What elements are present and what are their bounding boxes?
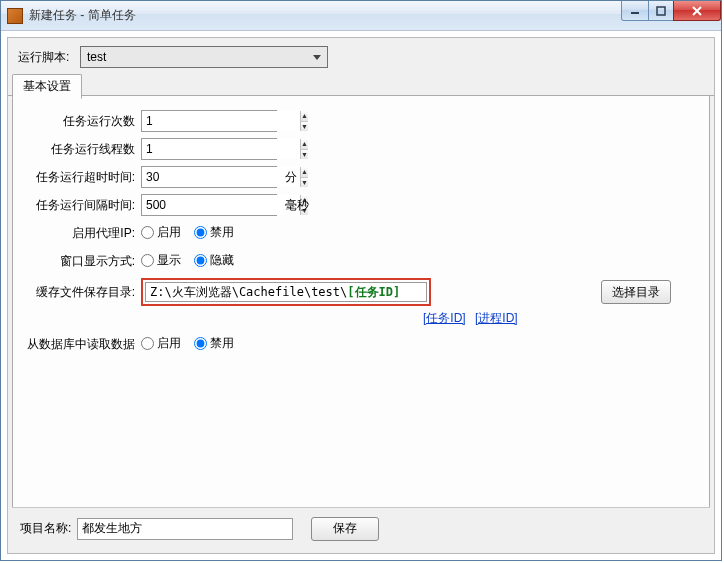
read-db-enable-radio[interactable]: 启用 [141,335,181,352]
svg-rect-1 [657,7,665,15]
maximize-button[interactable] [648,1,674,21]
spin-up-icon[interactable]: ▲ [301,167,308,178]
run-count-spinner[interactable]: ▲ ▼ [300,111,308,131]
script-row: 运行脚本: test [8,38,714,72]
row-read-db: 从数据库中读取数据 启用 禁用 [23,333,699,355]
client-area: 运行脚本: test 基本设置 任务运行次数 ▲ ▼ [7,37,715,554]
interval-input[interactable] [142,195,300,215]
spin-down-icon[interactable]: ▼ [301,122,308,132]
read-db-enable-input[interactable] [141,337,154,350]
cache-dir-taskid-token: [任务ID] [347,284,400,301]
radio-enable-label: 启用 [157,224,181,241]
window-show-radio[interactable]: 显示 [141,252,181,269]
row-run-count: 任务运行次数 ▲ ▼ [23,110,699,132]
window-hide-radio[interactable]: 隐藏 [194,252,234,269]
read-db-disable-radio[interactable]: 禁用 [194,335,234,352]
row-proxy: 启用代理IP: 启用 禁用 [23,222,699,244]
tab-panel-basic: 任务运行次数 ▲ ▼ 任务运行线程数 ▲ ▼ [12,96,710,528]
timeout-unit: 分 [285,169,297,186]
window: 新建任务 - 简单任务 运行脚本: test 基本设置 [0,0,722,561]
minimize-button[interactable] [621,1,649,21]
titlebar: 新建任务 - 简单任务 [1,1,721,31]
save-button[interactable]: 保存 [311,517,379,541]
window-mode-radios: 显示 隐藏 [141,252,244,270]
app-icon [7,8,23,24]
proxy-disable-input[interactable] [194,226,207,239]
proxy-radios: 启用 禁用 [141,224,244,242]
bottom-bar: 项目名称: 保存 [12,507,710,549]
spin-up-icon[interactable]: ▲ [301,139,308,150]
task-id-link[interactable]: [任务ID] [423,311,466,325]
tab-basic-settings-label: 基本设置 [23,79,71,93]
run-script-combo[interactable]: test [80,46,328,68]
interval-label: 任务运行间隔时间: [23,197,141,214]
thread-count-spinner[interactable]: ▲ ▼ [300,139,308,159]
window-show-input[interactable] [141,254,154,267]
thread-count-input[interactable] [142,139,300,159]
token-links: [任务ID] [进程ID] [423,306,699,327]
cache-dir-prefix: Z:\火车浏览器\Cachefile\test\ [150,284,347,301]
proxy-enable-radio[interactable]: 启用 [141,224,181,241]
row-timeout: 任务运行超时时间: ▲ ▼ 分 [23,166,699,188]
project-name-label: 项目名称: [20,520,71,537]
window-mode-label: 窗口显示方式: [23,253,141,270]
proxy-enable-input[interactable] [141,226,154,239]
row-cache-dir: 缓存文件保存目录: Z:\火车浏览器\Cachefile\test\[任务ID]… [23,278,699,306]
spin-down-icon[interactable]: ▼ [301,150,308,160]
spin-up-icon[interactable]: ▲ [301,111,308,122]
row-window-mode: 窗口显示方式: 显示 隐藏 [23,250,699,272]
cache-dir-highlight: Z:\火车浏览器\Cachefile\test\[任务ID] [141,278,431,306]
read-db-label: 从数据库中读取数据 [23,336,141,353]
timeout-input[interactable] [142,167,300,187]
row-interval: 任务运行间隔时间: ▲ ▼ 毫秒 [23,194,699,216]
maximize-icon [656,6,666,16]
radio-show-label: 显示 [157,252,181,269]
radio-hide-label: 隐藏 [210,252,234,269]
cache-dir-label: 缓存文件保存目录: [23,284,141,301]
select-dir-label: 选择目录 [612,285,660,299]
interval-unit: 毫秒 [285,197,309,214]
radio-disable-label2: 禁用 [210,335,234,352]
close-button[interactable] [673,1,721,21]
thread-count-field[interactable]: ▲ ▼ [141,138,277,160]
radio-enable-label2: 启用 [157,335,181,352]
read-db-radios: 启用 禁用 [141,335,244,353]
select-dir-button[interactable]: 选择目录 [601,280,671,304]
row-thread-count: 任务运行线程数 ▲ ▼ [23,138,699,160]
proxy-disable-radio[interactable]: 禁用 [194,224,234,241]
minimize-icon [630,6,640,16]
timeout-label: 任务运行超时时间: [23,169,141,186]
run-script-label: 运行脚本: [18,49,80,66]
window-title: 新建任务 - 简单任务 [29,7,136,24]
project-name-input[interactable] [77,518,293,540]
run-script-selected: test [87,50,106,64]
radio-disable-label: 禁用 [210,224,234,241]
window-controls [622,1,721,21]
close-icon [691,5,703,17]
run-count-field[interactable]: ▲ ▼ [141,110,277,132]
cache-dir-input[interactable]: Z:\火车浏览器\Cachefile\test\[任务ID] [145,282,427,302]
process-id-link[interactable]: [进程ID] [475,311,518,325]
timeout-field[interactable]: ▲ ▼ [141,166,277,188]
interval-field[interactable]: ▲ ▼ [141,194,277,216]
thread-count-label: 任务运行线程数 [23,141,141,158]
read-db-disable-input[interactable] [194,337,207,350]
save-button-label: 保存 [333,521,357,535]
tab-strip: 基本设置 [8,74,714,96]
timeout-spinner[interactable]: ▲ ▼ [300,167,308,187]
proxy-label: 启用代理IP: [23,225,141,242]
window-hide-input[interactable] [194,254,207,267]
run-count-label: 任务运行次数 [23,113,141,130]
tab-basic-settings[interactable]: 基本设置 [12,74,82,99]
run-count-input[interactable] [142,111,300,131]
spin-down-icon[interactable]: ▼ [301,178,308,188]
